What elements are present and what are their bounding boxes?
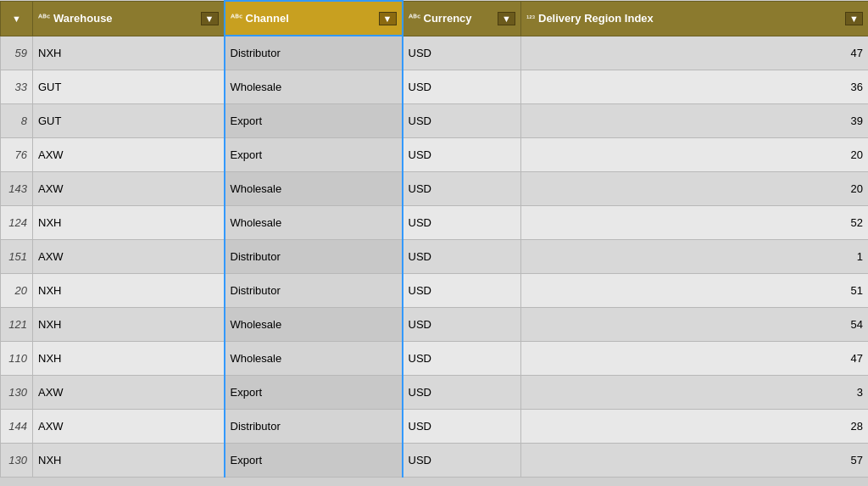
row-channel: Wholesale	[225, 70, 403, 103]
row-channel: Export	[225, 137, 403, 171]
channel-type-icon: ᴬᴮᶜ	[231, 13, 242, 24]
currency-header-label: Currency	[424, 12, 472, 25]
row-currency: USD	[403, 205, 521, 239]
row-index: 130	[1, 443, 33, 477]
row-channel: Export	[225, 103, 403, 137]
delivery-filter-button[interactable]: ▼	[845, 12, 863, 25]
row-warehouse: NXH	[33, 341, 225, 375]
table-header-row: ▼ ᴬᴮᶜ Warehouse ▼ ᴬᴮᶜ Ch	[1, 1, 869, 36]
row-warehouse: AXW	[33, 239, 225, 273]
delivery-header: ¹²³ Delivery Region Index ▼	[521, 1, 869, 36]
row-index: 143	[1, 171, 33, 205]
row-index: 144	[1, 409, 33, 443]
row-currency: USD	[403, 171, 521, 205]
currency-filter-button[interactable]: ▼	[498, 12, 515, 25]
row-channel: Distributor	[225, 409, 403, 443]
row-warehouse: GUT	[33, 70, 225, 103]
row-delivery: 52	[521, 205, 869, 239]
row-delivery: 28	[521, 409, 869, 443]
row-delivery: 54	[521, 307, 869, 341]
row-channel: Export	[225, 375, 403, 409]
table-row: 124NXHWholesaleUSD52	[1, 205, 869, 239]
table-row: 130AXWExportUSD3	[1, 375, 869, 409]
row-currency: USD	[403, 341, 521, 375]
table-row: 144AXWDistributorUSD28	[1, 409, 869, 443]
row-warehouse: AXW	[33, 171, 225, 205]
row-channel: Distributor	[225, 239, 403, 273]
row-index: 121	[1, 307, 33, 341]
row-warehouse: NXH	[33, 205, 225, 239]
row-currency: USD	[403, 103, 521, 137]
channel-filter-button[interactable]: ▼	[379, 12, 397, 25]
table-row: 8GUTExportUSD39	[1, 103, 869, 137]
row-warehouse: NXH	[33, 443, 225, 477]
row-warehouse: AXW	[33, 375, 225, 409]
row-currency: USD	[403, 443, 521, 477]
table-row: 33GUTWholesaleUSD36	[1, 70, 869, 103]
row-currency: USD	[403, 137, 521, 171]
row-delivery: 20	[521, 171, 869, 205]
row-currency: USD	[403, 307, 521, 341]
row-channel: Wholesale	[225, 341, 403, 375]
row-currency: USD	[403, 70, 521, 103]
table-row: 110NXHWholesaleUSD47	[1, 341, 869, 375]
row-warehouse: GUT	[33, 103, 225, 137]
row-index: 124	[1, 205, 33, 239]
table-row: 20NXHDistributorUSD51	[1, 273, 869, 307]
row-warehouse: NXH	[33, 307, 225, 341]
warehouse-type-icon: ᴬᴮᶜ	[38, 13, 50, 24]
warehouse-header-label: Warehouse	[53, 12, 113, 25]
row-channel: Wholesale	[225, 307, 403, 341]
index-header: ▼	[1, 1, 33, 36]
row-index: 20	[1, 273, 33, 307]
row-index: 59	[1, 36, 33, 70]
row-index: 8	[1, 103, 33, 137]
row-channel: Wholesale	[225, 171, 403, 205]
warehouse-header: ᴬᴮᶜ Warehouse ▼	[33, 1, 225, 36]
row-currency: USD	[403, 273, 521, 307]
row-channel: Distributor	[225, 273, 403, 307]
delivery-header-label: Delivery Region Index	[538, 12, 654, 25]
currency-type-icon: ᴬᴮᶜ	[409, 13, 420, 24]
row-warehouse: AXW	[33, 409, 225, 443]
row-index: 76	[1, 137, 33, 171]
row-index: 33	[1, 70, 33, 103]
table-row: 59NXHDistributorUSD47	[1, 36, 869, 70]
row-warehouse: NXH	[33, 273, 225, 307]
table-row: 143AXWWholesaleUSD20	[1, 171, 869, 205]
row-delivery: 1	[521, 239, 869, 273]
delivery-type-icon: ¹²³	[526, 14, 535, 23]
currency-header: ᴬᴮᶜ Currency ▼	[403, 1, 521, 36]
row-index: 110	[1, 341, 33, 375]
row-currency: USD	[403, 239, 521, 273]
row-currency: USD	[403, 36, 521, 70]
row-delivery: 39	[521, 103, 869, 137]
row-delivery: 57	[521, 443, 869, 477]
row-index: 151	[1, 239, 33, 273]
table-row: 151AXWDistributorUSD1	[1, 239, 869, 273]
table-row: 76AXWExportUSD20	[1, 137, 869, 171]
row-delivery: 3	[521, 375, 869, 409]
row-channel: Export	[225, 443, 403, 477]
row-delivery: 20	[521, 137, 869, 171]
row-warehouse: AXW	[33, 137, 225, 171]
table-row: 130NXHExportUSD57	[1, 443, 869, 477]
data-table: ▼ ᴬᴮᶜ Warehouse ▼ ᴬᴮᶜ Ch	[0, 0, 868, 486]
row-delivery: 51	[521, 273, 869, 307]
row-delivery: 47	[521, 36, 869, 70]
row-currency: USD	[403, 375, 521, 409]
table-row: 121NXHWholesaleUSD54	[1, 307, 869, 341]
row-channel: Wholesale	[225, 205, 403, 239]
channel-header: ᴬᴮᶜ Channel ▼	[225, 1, 403, 36]
index-dropdown-icon[interactable]: ▼	[12, 14, 21, 24]
row-index: 130	[1, 375, 33, 409]
row-delivery: 36	[521, 70, 869, 103]
row-currency: USD	[403, 409, 521, 443]
warehouse-filter-button[interactable]: ▼	[201, 12, 219, 25]
channel-header-label: Channel	[246, 12, 289, 25]
row-delivery: 47	[521, 341, 869, 375]
row-channel: Distributor	[225, 36, 403, 70]
row-warehouse: NXH	[33, 36, 225, 70]
